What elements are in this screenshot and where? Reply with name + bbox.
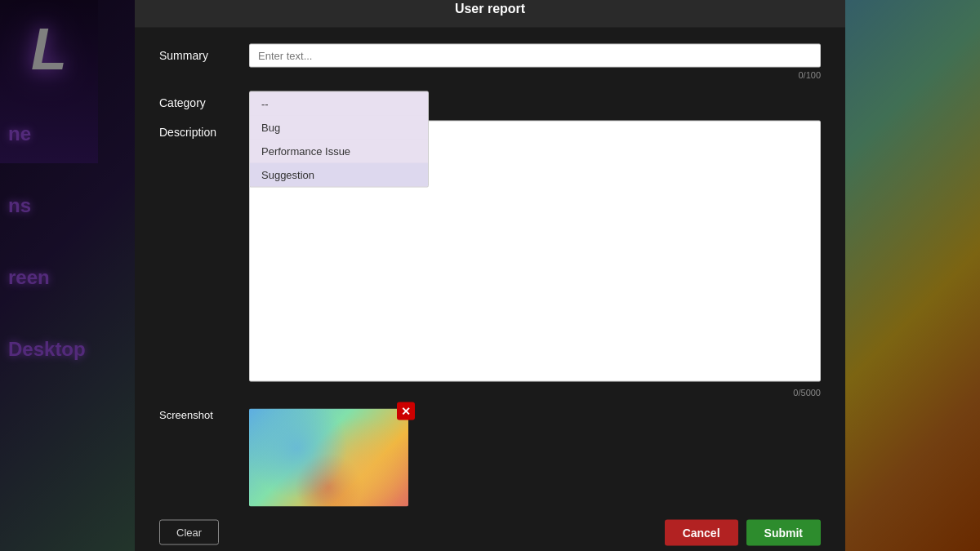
dropdown-item-default[interactable]: --: [250, 91, 428, 115]
screenshot-thumbnail: [249, 408, 408, 506]
modal-header: User report: [135, 0, 845, 27]
description-char-count: 0/5000: [249, 387, 821, 397]
summary-row: Summary 0/100: [159, 43, 821, 79]
user-report-modal: User report Summary 0/100 Category - Bug…: [135, 0, 845, 551]
cancel-button[interactable]: Cancel: [665, 519, 738, 545]
screenshot-remove-button[interactable]: ✕: [397, 402, 415, 420]
category-row: Category - Bug Performance Issue Suggest…: [159, 91, 821, 109]
category-dropdown-open[interactable]: -- Bug Performance Issue Suggestion: [249, 91, 429, 187]
summary-input-wrapper: 0/100: [249, 43, 821, 79]
summary-input[interactable]: [249, 43, 821, 67]
modal-body: Summary 0/100 Category - Bug Performance…: [135, 43, 845, 397]
summary-char-count: 0/100: [249, 69, 821, 79]
modal-title: User report: [455, 1, 525, 15]
dropdown-item-suggestion[interactable]: Suggestion: [250, 162, 428, 186]
screenshot-thumb-wrapper: ✕: [249, 408, 408, 506]
category-label: Category: [159, 91, 249, 109]
dropdown-item-performance[interactable]: Performance Issue: [250, 139, 428, 162]
submit-button[interactable]: Submit: [746, 519, 821, 545]
clear-button[interactable]: Clear: [159, 520, 219, 545]
summary-label: Summary: [159, 43, 249, 61]
screenshot-label: Screenshot: [159, 408, 249, 420]
screenshot-image: [249, 408, 408, 506]
modal-footer: Clear Cancel Submit: [135, 519, 845, 545]
screenshot-section: Screenshot ✕: [135, 408, 845, 506]
description-label: Description: [159, 120, 249, 138]
dropdown-item-bug[interactable]: Bug: [250, 115, 428, 139]
